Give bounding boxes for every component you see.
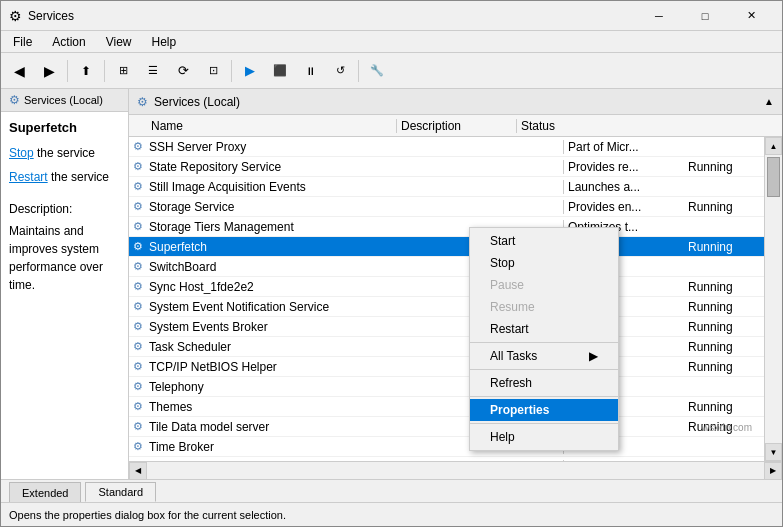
horizontal-scrollbar[interactable]: ◀ ▶ wsxdn.com	[129, 461, 782, 479]
scroll-up-button[interactable]: ▲	[765, 137, 782, 155]
toolbar-export[interactable]: ⊡	[199, 57, 227, 85]
row-icon: ⚙	[129, 320, 147, 333]
table-row[interactable]: ⚙ System Events Broker Running	[129, 317, 782, 337]
context-menu-separator	[470, 369, 618, 370]
table-row[interactable]: ⚙ Touch Keyboard and Handwriting Panel R…	[129, 457, 782, 461]
restart-text: the service	[48, 170, 109, 184]
row-icon: ⚙	[129, 300, 147, 313]
table-row[interactable]: ⚙ System Event Notification Service Runn…	[129, 297, 782, 317]
row-status: Running	[684, 200, 764, 214]
table-row[interactable]: ⚙ TCP/IP NetBIOS Helper Running	[129, 357, 782, 377]
toolbar-separator-2	[104, 60, 105, 82]
col-name-header[interactable]: Name	[147, 119, 397, 133]
toolbar-start[interactable]: ▶	[236, 57, 264, 85]
table-row[interactable]: ⚙ SSH Server Proxy Part of Micr...	[129, 137, 782, 157]
scroll-right-button[interactable]: ▶	[764, 462, 782, 480]
row-name: SSH Server Proxy	[147, 140, 564, 154]
row-status: Running	[684, 360, 764, 374]
toolbar-pause[interactable]: ⏸	[296, 57, 324, 85]
scroll-down-button[interactable]: ▼	[765, 443, 782, 461]
status-text: Opens the properties dialog box for the …	[9, 509, 286, 521]
menu-file[interactable]: File	[5, 33, 40, 51]
row-icon: ⚙	[129, 360, 147, 373]
row-desc: Provides re...	[564, 160, 684, 174]
row-name: Still Image Acquisition Events	[147, 180, 564, 194]
context-menu-item-help[interactable]: Help	[470, 426, 618, 448]
menu-view[interactable]: View	[98, 33, 140, 51]
col-desc-header[interactable]: Description	[397, 119, 517, 133]
table-header: Name Description Status	[129, 115, 782, 137]
scroll-thumb[interactable]	[767, 157, 780, 197]
table-body: ⚙ SSH Server Proxy Part of Micr... ⚙ Sta…	[129, 137, 782, 461]
minimize-button[interactable]: ─	[636, 1, 682, 31]
context-menu-item-pause: Pause	[470, 274, 618, 296]
window-icon: ⚙	[9, 8, 22, 24]
scrollbar[interactable]: ▲ ▼	[764, 137, 782, 461]
row-status: Running	[684, 300, 764, 314]
context-menu-item-properties[interactable]: Properties	[470, 399, 618, 421]
toolbar-back[interactable]: ◀	[5, 57, 33, 85]
toolbar-up[interactable]: ⬆	[72, 57, 100, 85]
title-bar-left: ⚙ Services	[9, 8, 74, 24]
toolbar-list[interactable]: ☰	[139, 57, 167, 85]
maximize-button[interactable]: □	[682, 1, 728, 31]
row-name: Storage Service	[147, 200, 564, 214]
close-button[interactable]: ✕	[728, 1, 774, 31]
row-status: Running	[684, 340, 764, 354]
toolbar-show-hide[interactable]: ⊞	[109, 57, 137, 85]
context-menu-item-start[interactable]: Start	[470, 230, 618, 252]
services-panel-header: ⚙ Services (Local) ▲	[129, 89, 782, 115]
row-icon: ⚙	[129, 140, 147, 153]
restart-link[interactable]: Restart	[9, 170, 48, 184]
context-menu-item-stop[interactable]: Stop	[470, 252, 618, 274]
menu-action[interactable]: Action	[44, 33, 93, 51]
toolbar-forward[interactable]: ▶	[35, 57, 63, 85]
title-bar-controls: ─ □ ✕	[636, 1, 774, 31]
table-row[interactable]: ⚙ Tile Data model server Running	[129, 417, 782, 437]
toolbar-properties[interactable]: 🔧	[363, 57, 391, 85]
table-row[interactable]: ⚙ Time Broker	[129, 437, 782, 457]
table-row[interactable]: ⚙ Superfetch Running	[129, 237, 782, 257]
toolbar-separator-3	[231, 60, 232, 82]
row-icon: ⚙	[129, 240, 147, 253]
row-icon: ⚙	[129, 220, 147, 233]
col-status-header[interactable]: Status	[517, 119, 597, 133]
nav-panel: ⚙ Services (Local) Superfetch Stop the s…	[1, 89, 129, 479]
toolbar-restart[interactable]: ↺	[326, 57, 354, 85]
context-menu-item-refresh[interactable]: Refresh	[470, 372, 618, 394]
context-menu-item-restart[interactable]: Restart	[470, 318, 618, 340]
tab-standard[interactable]: Standard	[85, 482, 156, 502]
stop-link[interactable]: Stop	[9, 146, 34, 160]
toolbar-stop[interactable]: ⬛	[266, 57, 294, 85]
row-desc: Provides en...	[564, 200, 684, 214]
table-row[interactable]: ⚙ Themes Running	[129, 397, 782, 417]
menu-help[interactable]: Help	[144, 33, 185, 51]
table-row[interactable]: ⚙ Task Scheduler Running	[129, 337, 782, 357]
table-row[interactable]: ⚙ Telephony	[129, 377, 782, 397]
tab-extended[interactable]: Extended	[9, 482, 81, 502]
row-desc: Part of Micr...	[564, 140, 684, 154]
service-name-title: Superfetch	[9, 120, 120, 135]
table-row[interactable]: ⚙ Still Image Acquisition Events Launche…	[129, 177, 782, 197]
window-title: Services	[28, 9, 74, 23]
services-header-icon: ⚙	[137, 95, 148, 109]
table-row[interactable]: ⚙ State Repository Service Provides re..…	[129, 157, 782, 177]
context-menu-item-all-tasks[interactable]: All Tasks▶	[470, 345, 618, 367]
table-row[interactable]: ⚙ SwitchBoard	[129, 257, 782, 277]
restart-action: Restart the service	[9, 167, 120, 189]
bottom-area: ExtendedStandard Opens the properties di…	[1, 479, 782, 526]
table-row[interactable]: ⚙ Storage Tiers Management Optimizes t..…	[129, 217, 782, 237]
table-row[interactable]: ⚙ Storage Service Provides en... Running	[129, 197, 782, 217]
scroll-left-button[interactable]: ◀	[129, 462, 147, 480]
row-icon: ⚙	[129, 160, 147, 173]
scroll-track[interactable]	[765, 155, 782, 443]
services-window: ⚙ Services ─ □ ✕ File Action View Help ◀…	[0, 0, 783, 527]
table-row[interactable]: ⚙ Sync Host_1fde2e2 Running	[129, 277, 782, 297]
toolbar-refresh[interactable]: ⟳	[169, 57, 197, 85]
toolbar-separator-4	[358, 60, 359, 82]
row-icon: ⚙	[129, 180, 147, 193]
left-info-panel: Superfetch Stop the service Restart the …	[1, 112, 129, 479]
row-status: Running	[684, 320, 764, 334]
scroll-up-icon[interactable]: ▲	[764, 96, 774, 107]
description-label: Description:	[9, 200, 120, 218]
